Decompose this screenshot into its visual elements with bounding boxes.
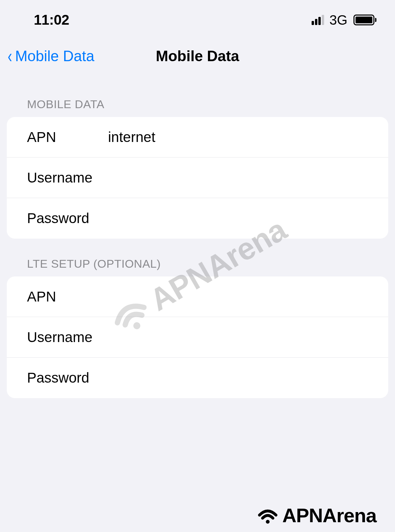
apn-label: APN bbox=[27, 129, 108, 145]
status-time: 11:02 bbox=[34, 12, 69, 28]
status-bar: 11:02 3G bbox=[0, 0, 395, 37]
back-button[interactable]: ‹ Mobile Data bbox=[7, 47, 94, 66]
apn-row[interactable]: APN internet bbox=[7, 117, 388, 158]
footer-logo: APNArena bbox=[256, 503, 376, 527]
username-label: Username bbox=[27, 170, 108, 186]
footer-logo-text: APNArena bbox=[282, 504, 376, 527]
section-header-mobile-data: MOBILE DATA bbox=[0, 79, 395, 117]
back-button-label: Mobile Data bbox=[15, 48, 95, 65]
chevron-left-icon: ‹ bbox=[8, 47, 12, 66]
section-card-mobile-data: APN internet Username Password bbox=[7, 117, 388, 239]
network-type-label: 3G bbox=[330, 13, 347, 28]
lte-password-label: Password bbox=[27, 370, 108, 386]
username-row[interactable]: Username bbox=[7, 158, 388, 198]
status-right-group: 3G bbox=[312, 13, 376, 28]
lte-apn-label: APN bbox=[27, 289, 108, 305]
lte-username-row[interactable]: Username bbox=[7, 317, 388, 358]
apn-field[interactable]: internet bbox=[108, 129, 375, 145]
page-title: Mobile Data bbox=[156, 48, 239, 65]
svg-point-1 bbox=[266, 520, 270, 524]
battery-icon bbox=[353, 15, 376, 25]
nav-bar: ‹ Mobile Data Mobile Data bbox=[0, 37, 395, 79]
wifi-icon bbox=[256, 503, 280, 527]
section-header-lte-setup: LTE SETUP (OPTIONAL) bbox=[0, 239, 395, 276]
section-card-lte-setup: APN Username Password bbox=[7, 276, 388, 398]
signal-strength-icon bbox=[312, 15, 324, 25]
password-label: Password bbox=[27, 210, 108, 226]
lte-username-label: Username bbox=[27, 329, 108, 345]
lte-apn-row[interactable]: APN bbox=[7, 276, 388, 317]
lte-password-row[interactable]: Password bbox=[7, 358, 388, 398]
password-row[interactable]: Password bbox=[7, 198, 388, 239]
